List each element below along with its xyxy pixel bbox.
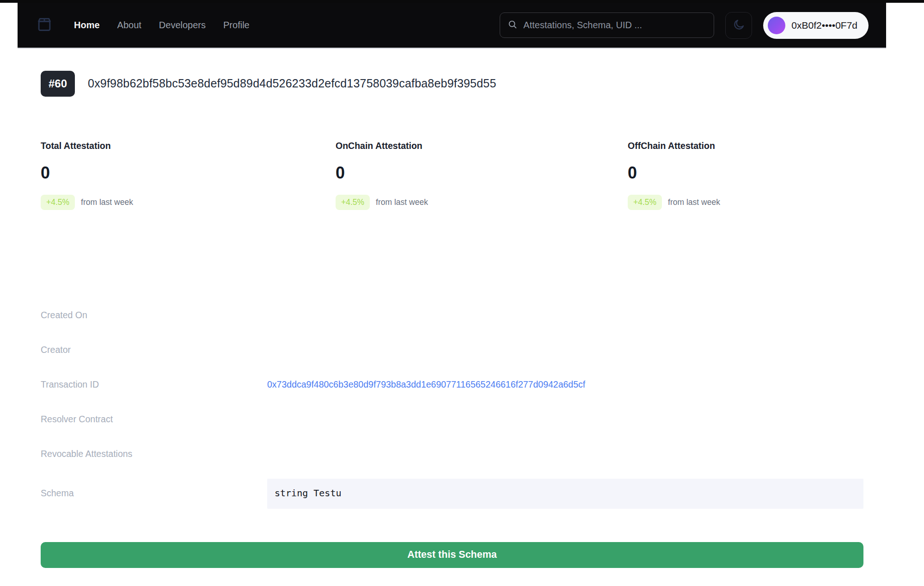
- stat-title: OnChain Attestation: [336, 141, 628, 151]
- delta-note: from last week: [81, 197, 133, 207]
- wallet-avatar: [768, 17, 785, 34]
- schema-header: #60 0x9f98b62bf58bc53e8def95d89d4d526233…: [41, 71, 863, 97]
- detail-label: Creator: [41, 345, 267, 355]
- schema-id-badge: #60: [41, 71, 75, 97]
- detail-label: Created On: [41, 310, 267, 321]
- detail-row-revocable-attestations: Revocable Attestations: [41, 437, 863, 471]
- detail-row-transaction-id: Transaction ID 0x73ddca9f480c6b3e80d9f79…: [41, 367, 863, 402]
- detail-label: Schema: [41, 488, 267, 499]
- detail-label: Revocable Attestations: [41, 449, 267, 459]
- schema-code-box: string Testu: [267, 479, 863, 509]
- moon-icon: [733, 19, 745, 32]
- detail-label: Transaction ID: [41, 379, 267, 390]
- nav-links: Home About Developers Profile: [74, 20, 250, 31]
- stat-value: 0: [336, 163, 628, 183]
- stat-delta: +4.5% from last week: [628, 195, 863, 210]
- nav-item-about[interactable]: About: [117, 20, 141, 31]
- search-icon: [508, 19, 518, 31]
- wallet-button[interactable]: 0xB0f2••••0F7d: [763, 12, 869, 39]
- stat-value: 0: [628, 163, 863, 183]
- nav-item-profile[interactable]: Profile: [223, 20, 250, 31]
- detail-label: Resolver Contract: [41, 414, 267, 425]
- details-section: Created On Creator Transaction ID 0x73dd…: [41, 298, 863, 521]
- stat-title: OffChain Attestation: [628, 141, 863, 151]
- stat-card-onchain: OnChain Attestation 0 +4.5% from last we…: [336, 141, 628, 210]
- stat-title: Total Attestation: [41, 141, 336, 151]
- stat-value: 0: [41, 163, 336, 183]
- detail-row-schema: Schema string Testu: [41, 471, 863, 521]
- stat-card-offchain: OffChain Attestation 0 +4.5% from last w…: [628, 141, 863, 210]
- package-icon: [35, 15, 54, 36]
- stat-card-total: Total Attestation 0 +4.5% from last week: [41, 141, 336, 210]
- search-input[interactable]: [523, 20, 706, 31]
- transaction-id-link[interactable]: 0x73ddca9f480c6b3e80d9f793b8a3dd1e690771…: [267, 379, 863, 390]
- nav-item-home[interactable]: Home: [74, 20, 100, 31]
- delta-note: from last week: [376, 197, 428, 207]
- wallet-address: 0xB0f2••••0F7d: [791, 20, 857, 31]
- detail-row-resolver-contract: Resolver Contract: [41, 402, 863, 437]
- search-box[interactable]: [500, 12, 714, 38]
- stats-section: Total Attestation 0 +4.5% from last week…: [41, 141, 863, 210]
- attest-schema-button[interactable]: Attest this Schema: [41, 542, 863, 568]
- delta-badge: +4.5%: [628, 195, 662, 210]
- delta-badge: +4.5%: [41, 195, 75, 210]
- schema-uid: 0x9f98b62bf58bc53e8def95d89d4d526233d2ef…: [88, 77, 496, 90]
- theme-toggle-button[interactable]: [725, 12, 752, 39]
- main-content: #60 0x9f98b62bf58bc53e8def95d89d4d526233…: [41, 71, 863, 568]
- detail-row-created-on: Created On: [41, 298, 863, 333]
- delta-badge: +4.5%: [336, 195, 370, 210]
- delta-note: from last week: [668, 197, 720, 207]
- stat-delta: +4.5% from last week: [41, 195, 336, 210]
- nav-item-developers[interactable]: Developers: [159, 20, 206, 31]
- stat-delta: +4.5% from last week: [336, 195, 628, 210]
- navbar: Home About Developers Profile 0xB0f2••••…: [18, 3, 886, 49]
- detail-row-creator: Creator: [41, 333, 863, 367]
- brand-logo[interactable]: [35, 15, 54, 36]
